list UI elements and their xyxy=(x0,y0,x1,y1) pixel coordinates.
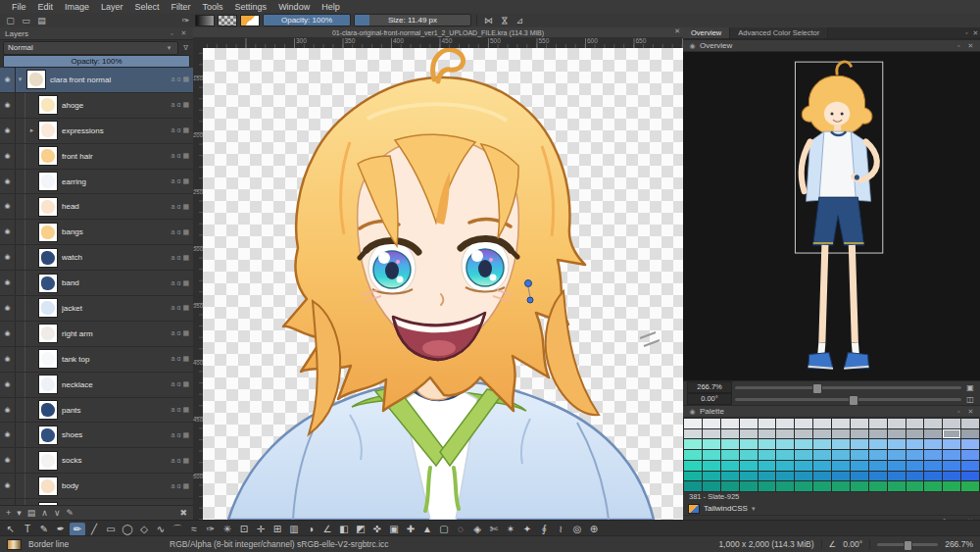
palette-swatch[interactable] xyxy=(943,439,960,449)
palette-swatch[interactable] xyxy=(776,472,794,481)
rotation-slider-handle[interactable] xyxy=(849,395,858,406)
alpha-lock-icon[interactable]: a xyxy=(172,482,175,490)
move-layer-down-icon[interactable]: ∨ xyxy=(54,508,61,518)
palette-swatch[interactable] xyxy=(684,472,702,481)
palette-swatch[interactable] xyxy=(869,419,887,428)
layer-opacity-slider[interactable]: Opacity: 100% xyxy=(3,55,190,68)
layer-style-icon[interactable]: ▦ xyxy=(182,228,189,236)
canvas[interactable] xyxy=(203,48,683,520)
layer-style-icon[interactable]: ▦ xyxy=(182,457,189,465)
palette-swatch[interactable] xyxy=(888,450,906,460)
inherit-alpha-icon[interactable]: ɑ xyxy=(176,457,180,465)
float-docker-icon[interactable]: ▫ xyxy=(955,42,963,49)
inherit-alpha-icon[interactable]: ɑ xyxy=(176,329,180,337)
palette-swatch[interactable] xyxy=(943,419,960,428)
layer-style-icon[interactable]: ▦ xyxy=(182,177,189,185)
palette-swatch[interactable] xyxy=(740,439,758,449)
palette-swatch[interactable] xyxy=(832,472,850,481)
menu-edit[interactable]: Edit xyxy=(32,2,60,12)
inherit-alpha-icon[interactable]: ɑ xyxy=(176,279,180,287)
colorize-mask-tool[interactable]: ▲ xyxy=(419,523,435,536)
open-document-icon[interactable]: ▭ xyxy=(20,15,32,26)
palette-swatch[interactable] xyxy=(906,439,924,449)
layer-row-expressions[interactable]: ◉▸expressionsaɑ▦ xyxy=(0,119,193,144)
enclose-fill-tool[interactable]: ◩ xyxy=(353,523,368,536)
layer-type-dropdown-icon[interactable]: ▾ xyxy=(17,508,22,518)
palette-swatch[interactable] xyxy=(888,429,906,439)
palette-swatch[interactable] xyxy=(813,419,831,428)
palette-swatch[interactable] xyxy=(684,419,702,428)
palette-name[interactable]: TailwindCSS xyxy=(704,504,748,513)
contiguous-select-tool[interactable]: ✶ xyxy=(503,523,518,536)
layer-row-right-arm[interactable]: ◉right armaɑ▦ xyxy=(0,322,193,347)
alpha-lock-icon[interactable]: a xyxy=(172,279,175,287)
layer-visibility-icon[interactable]: ◉ xyxy=(0,194,16,219)
layer-row-socks[interactable]: ◉socksaɑ▦ xyxy=(0,448,193,474)
layer-style-icon[interactable]: ▦ xyxy=(182,152,189,160)
alpha-lock-icon[interactable]: a xyxy=(172,126,175,134)
add-layer-icon[interactable]: + xyxy=(6,508,11,518)
palette-swatch[interactable] xyxy=(869,450,887,460)
palette-swatch[interactable] xyxy=(888,481,906,491)
layer-visibility-icon[interactable]: ◉ xyxy=(0,220,16,244)
bezier-curve-tool[interactable]: ⌒ xyxy=(170,523,185,536)
alpha-lock-icon[interactable]: a xyxy=(172,304,175,312)
inherit-alpha-icon[interactable]: ɑ xyxy=(176,355,180,363)
brush-size-slider[interactable]: Size: 11.49 px xyxy=(354,14,471,26)
palette-swatch[interactable] xyxy=(924,481,942,491)
overview-zoom-value[interactable]: 266.7% xyxy=(687,381,732,393)
ellipse-tool[interactable]: ◯ xyxy=(120,523,135,536)
alpha-lock-icon[interactable]: a xyxy=(172,152,175,160)
duplicate-layer-icon[interactable]: ▤ xyxy=(27,508,36,518)
palette-swatch[interactable] xyxy=(888,472,906,481)
layer-row-bangs[interactable]: ◉bangsaɑ▦ xyxy=(0,220,193,245)
palette-swatch[interactable] xyxy=(740,481,758,491)
polyline-tool[interactable]: ∿ xyxy=(153,523,169,536)
palette-swatch[interactable] xyxy=(906,472,924,481)
close-document-icon[interactable]: ✕ xyxy=(674,27,680,35)
zoom-level-value[interactable]: 266.7% xyxy=(945,539,973,549)
palette-swatch[interactable] xyxy=(851,472,868,481)
alpha-lock-icon[interactable]: a xyxy=(172,75,175,83)
layer-row-clara-front-normal[interactable]: ◉▾clara front normalaɑ▦ xyxy=(0,68,193,93)
palette-swatch[interactable] xyxy=(721,450,739,460)
select-shapes-tool[interactable]: ↖ xyxy=(3,523,19,536)
layer-visibility-icon[interactable]: ◉ xyxy=(0,398,16,423)
palette-swatch[interactable] xyxy=(906,429,924,439)
palette-swatch[interactable] xyxy=(961,481,979,491)
inherit-alpha-icon[interactable]: ɑ xyxy=(176,431,180,439)
blend-mode-select[interactable]: Normal ▾ xyxy=(3,41,178,55)
palette-swatch[interactable] xyxy=(851,419,868,428)
palette-swatch[interactable] xyxy=(776,429,794,439)
palette-swatch[interactable] xyxy=(888,461,906,471)
menu-window[interactable]: Window xyxy=(272,2,316,12)
palette-swatch[interactable] xyxy=(684,481,702,491)
pattern-chooser-button[interactable] xyxy=(218,15,237,26)
opacity-slider[interactable]: Opacity: 100% xyxy=(263,14,351,26)
edit-shapes-tool[interactable]: ✎ xyxy=(36,523,52,536)
overview-rotation-slider[interactable] xyxy=(735,398,961,401)
palette-swatch[interactable] xyxy=(943,450,960,460)
overview-zoom-slider[interactable] xyxy=(735,386,961,389)
palette-swatch[interactable] xyxy=(961,419,979,428)
palette-swatch[interactable] xyxy=(740,419,758,428)
palette-swatch[interactable] xyxy=(721,419,739,428)
inherit-alpha-icon[interactable]: ɑ xyxy=(176,75,180,83)
layer-row-body[interactable]: ◉bodyaɑ▦ xyxy=(0,474,193,499)
fg-bg-color-button[interactable] xyxy=(240,15,260,26)
palette-swatch[interactable] xyxy=(740,461,758,471)
alpha-lock-icon[interactable]: a xyxy=(172,380,175,388)
alpha-lock-icon[interactable]: a xyxy=(172,406,175,414)
zoom-tool[interactable]: ◎ xyxy=(569,523,585,536)
palette-swatch[interactable] xyxy=(943,472,960,481)
close-docker-icon[interactable]: ✕ xyxy=(179,29,188,37)
layer-row-necklace[interactable]: ◉necklaceaɑ▦ xyxy=(0,373,193,398)
palette-swatch[interactable] xyxy=(776,461,794,471)
palette-swatch[interactable] xyxy=(740,450,758,460)
alpha-lock-icon[interactable]: a xyxy=(172,101,175,109)
brush-preset-icon[interactable]: ✑ xyxy=(179,15,192,26)
measure-tool[interactable]: ∠ xyxy=(319,523,335,536)
layer-visibility-icon[interactable]: ◉ xyxy=(0,474,16,498)
palette-swatch[interactable] xyxy=(924,429,942,439)
alpha-lock-icon[interactable]: a xyxy=(172,457,175,465)
